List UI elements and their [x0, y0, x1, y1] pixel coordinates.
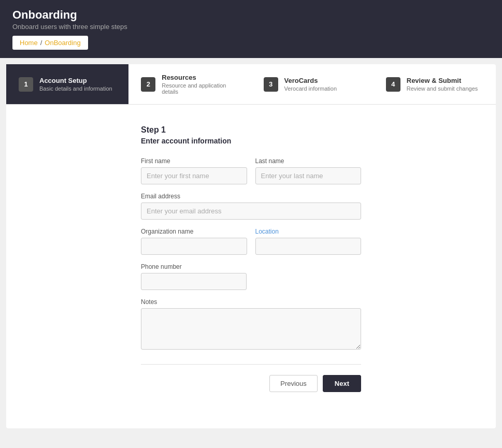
- email-input[interactable]: [141, 203, 361, 220]
- step-4-title: Review & Submit: [407, 77, 478, 84]
- step-2-title: Resources: [162, 74, 238, 81]
- page-subtitle: Onboard users with three simple steps: [12, 23, 490, 31]
- notes-input[interactable]: [141, 308, 361, 350]
- step-1-title: Account Setup: [39, 77, 112, 84]
- page-title: Onboarding: [12, 8, 490, 22]
- org-name-label: Organization name: [141, 228, 247, 235]
- org-name-input[interactable]: [141, 238, 247, 255]
- step-1[interactable]: 1 Account Setup Basic details and inform…: [6, 64, 128, 104]
- last-name-input[interactable]: [255, 167, 362, 184]
- notes-group: Notes: [141, 298, 361, 350]
- email-row: Email address: [141, 193, 361, 220]
- last-name-group: Last name: [255, 157, 362, 184]
- step-4[interactable]: 4 Review & Submit Review and submit chan…: [374, 64, 496, 104]
- breadcrumb-home[interactable]: Home: [20, 39, 38, 47]
- location-group: Location: [255, 228, 362, 255]
- step-3[interactable]: 3 VeroCards Verocard information: [251, 64, 374, 104]
- step-4-subtitle: Review and submit changes: [407, 85, 478, 92]
- breadcrumb-separator: /: [40, 39, 42, 47]
- step-3-text: VeroCards Verocard information: [284, 77, 337, 92]
- name-row: First name Last name: [141, 157, 361, 184]
- phone-input[interactable]: [141, 273, 247, 290]
- first-name-group: First name: [141, 157, 247, 184]
- email-group: Email address: [141, 193, 361, 220]
- location-label: Location: [255, 228, 362, 235]
- last-name-label: Last name: [255, 157, 362, 165]
- org-location-row: Organization name Location: [141, 228, 361, 255]
- step-1-text: Account Setup Basic details and informat…: [39, 77, 112, 92]
- first-name-label: First name: [141, 157, 247, 165]
- first-name-input[interactable]: [141, 167, 247, 184]
- header: Onboarding Onboard users with three simp…: [0, 0, 502, 58]
- form-area: Step 1 Enter account information First n…: [6, 105, 496, 413]
- form-divider: [141, 364, 361, 365]
- location-input[interactable]: [255, 238, 362, 255]
- next-button[interactable]: Next: [323, 375, 361, 392]
- step-4-text: Review & Submit Review and submit change…: [407, 77, 478, 92]
- previous-button[interactable]: Previous: [269, 375, 318, 392]
- phone-row: Phone number: [141, 263, 361, 290]
- step-1-number: 1: [19, 77, 33, 92]
- notes-row: Notes: [141, 298, 361, 350]
- notes-label: Notes: [141, 298, 361, 306]
- main-container: 1 Account Setup Basic details and inform…: [6, 64, 496, 428]
- email-label: Email address: [141, 193, 361, 200]
- step-1-subtitle: Basic details and information: [39, 85, 112, 92]
- step-label: Step 1: [141, 125, 361, 135]
- step-2-text: Resources Resource and application detai…: [162, 74, 238, 95]
- step-2[interactable]: 2 Resources Resource and application det…: [128, 64, 251, 104]
- step-description: Enter account information: [141, 137, 361, 145]
- phone-label: Phone number: [141, 263, 247, 270]
- org-name-group: Organization name: [141, 228, 247, 255]
- form-footer: Previous Next: [141, 375, 361, 392]
- steps-bar: 1 Account Setup Basic details and inform…: [6, 64, 496, 105]
- phone-group: Phone number: [141, 263, 247, 290]
- step-3-subtitle: Verocard information: [284, 85, 337, 92]
- breadcrumb-current: OnBoarding: [45, 39, 80, 47]
- step-3-title: VeroCards: [284, 77, 337, 84]
- step-3-number: 3: [264, 77, 278, 92]
- breadcrumb: Home / OnBoarding: [12, 36, 88, 50]
- step-2-subtitle: Resource and application details: [162, 82, 238, 95]
- step-4-number: 4: [386, 77, 400, 92]
- step-2-number: 2: [141, 77, 155, 92]
